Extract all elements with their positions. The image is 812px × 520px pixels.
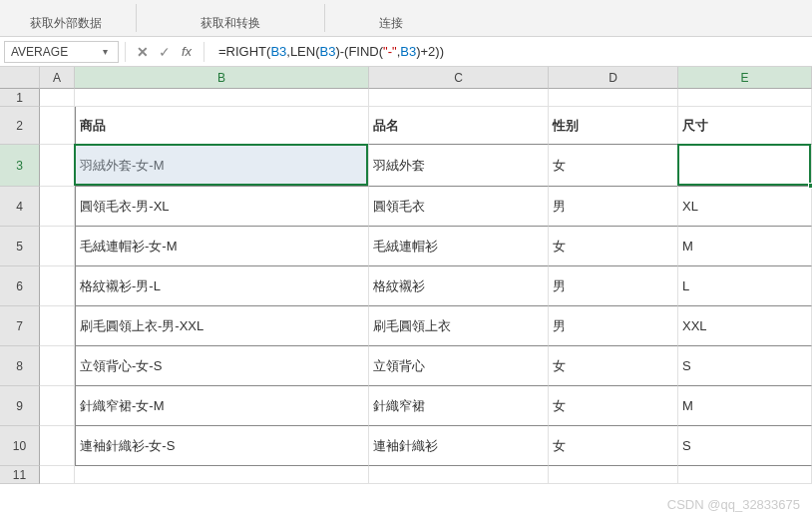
ribbon-group-external-data[interactable]: 获取外部数据 [0, 0, 132, 36]
cell-B5[interactable]: 毛絨連帽衫-女-M [75, 227, 369, 266]
ribbon-group-get-transform[interactable]: 获取和转换 [141, 0, 320, 36]
cell-C9[interactable]: 針織窄裙 [369, 386, 549, 426]
cell-E2[interactable]: 尺寸 [678, 107, 812, 145]
cell-B3[interactable]: 羽絨外套-女-M [75, 145, 369, 187]
fx-icon[interactable]: fx [176, 44, 198, 59]
cell-B11[interactable] [75, 466, 369, 484]
cell-C5[interactable]: 毛絨連帽衫 [369, 227, 549, 266]
row-header-8[interactable]: 8 [0, 346, 40, 386]
cell-D4[interactable]: 男 [549, 187, 678, 227]
cell-C2[interactable]: 品名 [369, 107, 549, 145]
cell-E10[interactable]: S [678, 426, 812, 466]
cell-B7[interactable]: 刷毛圓領上衣-男-XXL [75, 306, 369, 346]
cell-E11[interactable] [678, 466, 812, 484]
cell-D2[interactable]: 性别 [549, 107, 678, 145]
cell-E4[interactable]: XL [678, 187, 812, 227]
row-header-6[interactable]: 6 [0, 266, 40, 306]
name-box[interactable]: ▾ [4, 41, 119, 63]
cell-C3[interactable]: 羽絨外套 [369, 145, 549, 187]
cell-E5[interactable]: M [678, 227, 812, 266]
cell-B1[interactable] [75, 89, 369, 107]
cell-C6[interactable]: 格紋襯衫 [369, 266, 549, 306]
ribbon-label: 获取外部数据 [30, 15, 102, 36]
cell-A11[interactable] [40, 466, 75, 484]
cell-C4[interactable]: 圓領毛衣 [369, 187, 549, 227]
cell-D9[interactable]: 女 [549, 386, 678, 426]
cell-A8[interactable] [40, 346, 75, 386]
cell-D1[interactable] [549, 89, 678, 107]
cell-D10[interactable]: 女 [549, 426, 678, 466]
cell-E9[interactable]: M [678, 386, 812, 426]
cell-A7[interactable] [40, 306, 75, 346]
cell-B6[interactable]: 格紋襯衫-男-L [75, 266, 369, 306]
select-all-corner[interactable] [0, 67, 40, 89]
cell-E8[interactable]: S [678, 346, 812, 386]
cell-A2[interactable] [40, 107, 75, 145]
cell-E6[interactable]: L [678, 266, 812, 306]
cell-A3[interactable] [40, 145, 75, 187]
chevron-down-icon[interactable]: ▾ [95, 46, 115, 57]
cell-C8[interactable]: 立領背心 [369, 346, 549, 386]
cell-D3[interactable]: 女 [549, 145, 678, 187]
cell-E1[interactable] [678, 89, 812, 107]
cell-E7[interactable]: XXL [678, 306, 812, 346]
cell-A1[interactable] [40, 89, 75, 107]
ribbon-label: 连接 [379, 15, 403, 36]
cancel-icon[interactable]: ✕ [132, 44, 154, 60]
cell-C11[interactable] [369, 466, 549, 484]
cell-A5[interactable] [40, 227, 75, 266]
row-header-5[interactable]: 5 [0, 227, 40, 266]
cell-B4[interactable]: 圓領毛衣-男-XL [75, 187, 369, 227]
ribbon: 获取外部数据 获取和转换 连接 [0, 0, 812, 37]
separator [125, 42, 126, 62]
column-header-E[interactable]: E [678, 67, 812, 89]
row-header-1[interactable]: 1 [0, 89, 40, 107]
name-box-input[interactable] [5, 45, 95, 59]
cell-C10[interactable]: 連袖針織衫 [369, 426, 549, 466]
cell-E3[interactable]: '-",B3)+2)) [678, 145, 812, 187]
watermark: CSDN @qq_32833675 [667, 497, 800, 512]
formula-bar: ▾ ✕ ✓ fx =RIGHT(B3,LEN(B3)-(FIND("-",B3)… [0, 37, 812, 67]
row-header-4[interactable]: 4 [0, 187, 40, 227]
fill-handle[interactable] [808, 183, 812, 189]
cell-D5[interactable]: 女 [549, 227, 678, 266]
spreadsheet-grid[interactable]: ABCDE1234567891011商品品名性别尺寸羽絨外套-女-M羽絨外套女'… [0, 67, 812, 520]
ribbon-separator [324, 4, 325, 32]
row-header-3[interactable]: 3 [0, 145, 40, 187]
cell-B8[interactable]: 立領背心-女-S [75, 346, 369, 386]
row-header-9[interactable]: 9 [0, 386, 40, 426]
cell-D7[interactable]: 男 [549, 306, 678, 346]
enter-icon[interactable]: ✓ [154, 44, 176, 60]
ribbon-separator [136, 4, 137, 32]
cell-B10[interactable]: 連袖針織衫-女-S [75, 426, 369, 466]
cell-A9[interactable] [40, 386, 75, 426]
ribbon-label: 获取和转换 [201, 15, 260, 36]
column-header-C[interactable]: C [369, 67, 549, 89]
row-header-11[interactable]: 11 [0, 466, 40, 484]
row-header-10[interactable]: 10 [0, 426, 40, 466]
cell-A4[interactable] [40, 187, 75, 227]
cell-D11[interactable] [549, 466, 678, 484]
column-header-A[interactable]: A [40, 67, 75, 89]
cell-D8[interactable]: 女 [549, 346, 678, 386]
cell-C7[interactable]: 刷毛圓領上衣 [369, 306, 549, 346]
cell-B2[interactable]: 商品 [75, 107, 369, 145]
separator [203, 42, 204, 62]
formula-input[interactable]: =RIGHT(B3,LEN(B3)-(FIND("-",B3)+2)) [210, 44, 808, 59]
cell-C1[interactable] [369, 89, 549, 107]
ribbon-group-connections[interactable]: 连接 [329, 0, 453, 36]
cell-B9[interactable]: 針織窄裙-女-M [75, 386, 369, 426]
cell-A6[interactable] [40, 266, 75, 306]
row-header-2[interactable]: 2 [0, 107, 40, 145]
row-header-7[interactable]: 7 [0, 306, 40, 346]
cell-D6[interactable]: 男 [549, 266, 678, 306]
cell-A10[interactable] [40, 426, 75, 466]
column-header-D[interactable]: D [549, 67, 678, 89]
column-header-B[interactable]: B [75, 67, 369, 89]
